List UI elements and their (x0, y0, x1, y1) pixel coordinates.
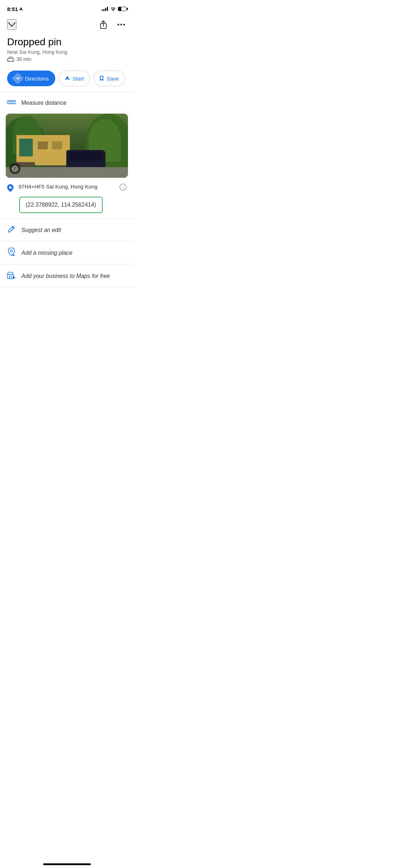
collapse-button[interactable] (7, 19, 16, 30)
svg-rect-26 (9, 276, 11, 279)
street-view-360-button[interactable] (9, 163, 21, 174)
pin-icon (7, 184, 14, 192)
start-label: Start (73, 76, 84, 82)
directions-label: Directions (25, 76, 49, 82)
svg-point-3 (118, 24, 119, 26)
status-icons (102, 7, 127, 11)
svg-point-1 (113, 10, 113, 11)
add-business-label: Add your business to Maps for free (21, 273, 110, 279)
navigation-start-icon (65, 76, 70, 81)
street-view-image[interactable] (6, 114, 128, 178)
navigation-arrow-icon (19, 7, 23, 11)
svg-point-17 (9, 186, 12, 189)
share-icon (99, 20, 107, 29)
place-subtitle: Near Sai Kung, Hong Kong (7, 49, 127, 55)
signal-icon (102, 7, 108, 11)
plus-code-info-button[interactable]: i (119, 184, 127, 192)
svg-point-21 (10, 250, 12, 252)
street-view-scene (6, 114, 128, 178)
bottom-spacer (0, 288, 134, 309)
add-business-icon (7, 271, 16, 281)
start-button[interactable]: Start (59, 71, 90, 86)
more-options-icon (117, 24, 125, 26)
more-options-button[interactable] (116, 22, 127, 27)
plus-code-text: 97H4+HF5 Sai Kung, Hong Kong (19, 184, 114, 190)
place-info: Dropped pin Near Sai Kung, Hong Kong 30 … (0, 35, 134, 68)
add-place-icon (7, 248, 16, 258)
ruler-icon (7, 99, 16, 107)
pencil-icon-svg (8, 226, 15, 233)
status-bar: 8:51 (0, 0, 134, 16)
location-info-section: 97H4+HF5 Sai Kung, Hong Kong i (22.37889… (0, 178, 134, 219)
top-nav (0, 16, 134, 35)
add-missing-place-label: Add a missing place (21, 250, 72, 256)
svg-rect-24 (7, 274, 13, 279)
edit-pencil-icon (7, 226, 16, 234)
measure-distance-row[interactable]: Measure distance (0, 92, 134, 114)
car-icon (7, 57, 14, 62)
save-label: Save (107, 76, 119, 82)
measure-distance-label: Measure distance (21, 100, 66, 106)
svg-point-8 (12, 61, 13, 62)
chevron-down-icon (8, 22, 16, 27)
360-icon (12, 165, 18, 172)
suggest-edit-row[interactable]: Suggest an edit (0, 219, 134, 241)
storefront-plus-icon (7, 271, 16, 279)
coordinates-box[interactable]: (22.3788922, 114.2562414) (19, 197, 103, 213)
drive-time-text: 30 min (16, 56, 31, 62)
pin-plus-icon (8, 248, 15, 256)
place-title: Dropped pin (7, 36, 127, 48)
add-missing-place-row[interactable]: Add a missing place (0, 241, 134, 265)
svg-point-4 (120, 24, 122, 26)
svg-marker-0 (19, 7, 23, 11)
suggest-edit-label: Suggest an edit (21, 227, 61, 233)
coordinates-text: (22.3788922, 114.2562414) (26, 202, 96, 208)
status-time: 8:51 (7, 6, 23, 12)
svg-text:i: i (122, 185, 123, 190)
svg-point-5 (123, 24, 125, 26)
svg-point-7 (8, 61, 10, 62)
add-business-row[interactable]: Add your business to Maps for free (0, 265, 134, 288)
location-row: 97H4+HF5 Sai Kung, Hong Kong i (7, 184, 127, 194)
time-display: 8:51 (7, 6, 18, 12)
save-button[interactable]: Save (93, 71, 125, 86)
wifi-icon (110, 7, 116, 11)
battery-icon (118, 7, 127, 11)
share-button[interactable] (98, 19, 109, 31)
directions-button[interactable]: ⇒ Directions (7, 71, 55, 86)
measure-icon-svg (7, 99, 16, 105)
action-buttons: ⇒ Directions Start Save (0, 68, 134, 92)
nav-actions (98, 19, 127, 31)
info-circle-icon: i (119, 184, 127, 191)
svg-marker-9 (65, 76, 70, 80)
place-drive-time: 30 min (7, 56, 127, 62)
bookmark-icon (99, 76, 104, 81)
location-pin-icon (7, 184, 14, 194)
